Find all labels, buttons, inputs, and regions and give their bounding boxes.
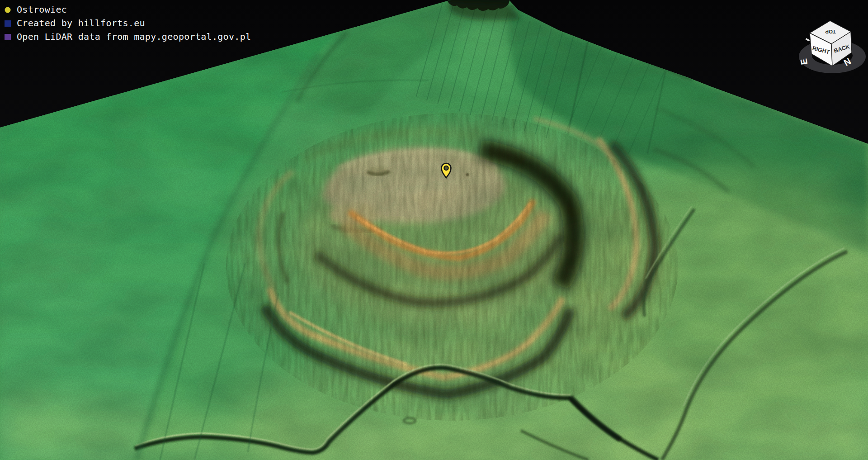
source-square-icon (4, 32, 17, 41)
legend: Ostrowiec Created by hillforts.eu Open L… (4, 3, 251, 43)
legend-credit-label: Created by hillforts.eu (17, 18, 145, 28)
credit-square-icon (4, 19, 17, 28)
legend-site-label: Ostrowiec (17, 4, 67, 15)
legend-item-source: Open LiDAR data from mapy.geoportal.gov.… (4, 30, 251, 43)
view-cube-top-label: TOP (825, 29, 836, 34)
legend-source-label: Open LiDAR data from mapy.geoportal.gov.… (17, 31, 251, 42)
legend-item-site: Ostrowiec (4, 3, 251, 16)
credit-square-icon-shape (5, 20, 11, 27)
terrain-viewport[interactable]: E N TOP RIGHT BACK (0, 0, 868, 460)
site-dot-icon-shape (5, 7, 11, 13)
pin-hole (444, 166, 448, 170)
source-square-icon-shape (5, 34, 11, 40)
legend-item-credit: Created by hillforts.eu (4, 16, 251, 30)
site-dot-icon (4, 5, 17, 14)
lidar-3d-viewer: Ostrowiec Created by hillforts.eu Open L… (0, 0, 868, 460)
